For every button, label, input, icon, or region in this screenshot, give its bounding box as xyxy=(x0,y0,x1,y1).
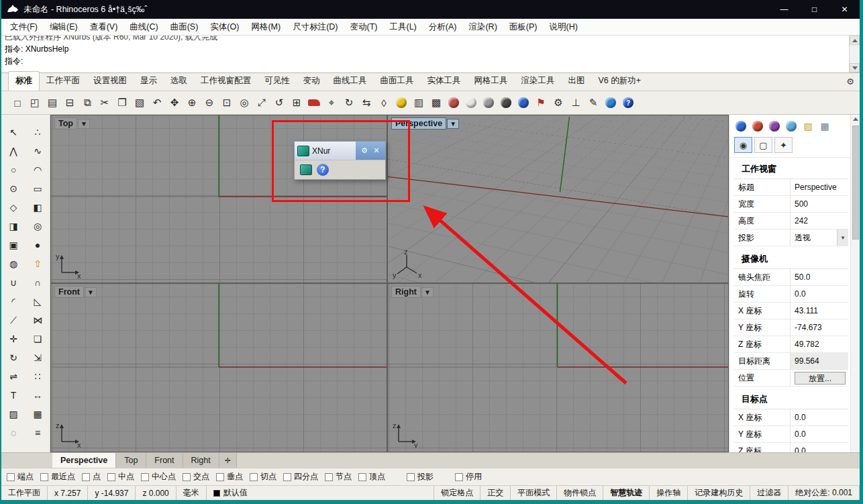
trim-icon[interactable]: ⟋ xyxy=(5,312,23,328)
property-value[interactable]: 0.0 xyxy=(790,426,848,442)
property-value[interactable]: 0.0 xyxy=(790,286,848,302)
property-value[interactable]: 透视▾ xyxy=(790,230,848,246)
fillet-icon[interactable]: ◜ xyxy=(5,293,23,309)
polygon-icon[interactable]: ◇ xyxy=(5,199,23,215)
chamfer-icon[interactable]: ◺ xyxy=(29,293,47,309)
new-file-icon[interactable]: □ xyxy=(9,95,26,111)
command-area[interactable]: 已载入外挂程序 XNurbs (版本 R60, Mar 10 2020), 载入… xyxy=(1,36,860,73)
place-button[interactable]: 放置... xyxy=(795,372,846,385)
dimension-icon[interactable]: ↔ xyxy=(29,387,47,403)
xnurbs-dialog-titlebar[interactable]: XNur ⚙ ✕ xyxy=(295,142,385,160)
xnurbs-tool-icon[interactable] xyxy=(297,146,309,156)
status-layer[interactable]: 默认值 xyxy=(207,486,435,500)
command-prompt[interactable]: 指令: xyxy=(5,55,860,67)
property-value[interactable]: 放置... xyxy=(790,370,848,386)
toolbar-tab-设置视图[interactable]: 设置视图 xyxy=(87,72,134,91)
property-value[interactable]: -74.673 xyxy=(790,319,848,336)
status-planar[interactable]: 平面模式 xyxy=(511,486,557,500)
materials-tab-icon[interactable] xyxy=(751,119,764,133)
xnurbs-surface-tool-icon[interactable] xyxy=(300,164,312,175)
lock-icon[interactable]: ▥ xyxy=(411,95,427,111)
command-scrollbar[interactable] xyxy=(849,36,860,72)
checkbox-icon[interactable] xyxy=(250,473,258,481)
join-icon[interactable]: ⋈ xyxy=(29,312,47,328)
status-filter[interactable]: 过滤器 xyxy=(750,486,789,500)
viewport-menu-arrow-icon[interactable]: ▼ xyxy=(78,119,90,129)
menu-item-文件(F)[interactable]: 文件(F) xyxy=(4,21,44,33)
viewport-title-perspective[interactable]: Perspective ▼ xyxy=(391,117,459,130)
property-value[interactable]: 43.111 xyxy=(790,303,848,319)
scale-icon[interactable]: ⇲ xyxy=(29,350,47,366)
property-value[interactable]: 242 xyxy=(790,213,848,229)
menu-item-分析(A)[interactable]: 分析(A) xyxy=(423,21,463,33)
osnap-顶点[interactable]: 顶点 xyxy=(358,471,385,483)
checkbox-icon[interactable] xyxy=(183,473,191,481)
copy-icon[interactable]: ❐ xyxy=(114,95,130,111)
select-icon[interactable]: ↖ xyxy=(5,124,23,140)
viewport-title-front[interactable]: Front ▼ xyxy=(54,286,97,298)
osnap-垂点[interactable]: 垂点 xyxy=(216,471,243,483)
save-icon[interactable]: ▤ xyxy=(44,95,60,111)
menu-item-工具(L)[interactable]: 工具(L) xyxy=(383,21,422,33)
loft-icon[interactable]: ◨ xyxy=(5,218,23,234)
scroll-down-button[interactable] xyxy=(850,63,860,72)
curve-icon[interactable]: ∿ xyxy=(29,143,47,159)
rendering-tab-icon[interactable] xyxy=(784,119,798,133)
viewport-title-label[interactable]: Right xyxy=(391,286,421,298)
menu-item-编辑(E)[interactable]: 编辑(E) xyxy=(44,21,84,33)
place-light-icon[interactable] xyxy=(393,95,409,111)
properties-tab-icon[interactable] xyxy=(734,119,748,133)
menu-item-曲面(S)[interactable]: 曲面(S) xyxy=(164,21,205,33)
layers-tab-icon[interactable] xyxy=(768,119,781,133)
hide-icon[interactable]: ▩ xyxy=(428,95,444,111)
toolbar-tab-工作平面[interactable]: 工作平面 xyxy=(40,72,87,91)
maximize-button[interactable]: □ xyxy=(799,0,829,19)
arc-icon[interactable]: ◠ xyxy=(29,162,47,178)
status-grid-snap[interactable]: 锁定格点 xyxy=(434,486,480,500)
notes-icon[interactable]: ✎ xyxy=(585,95,601,111)
checkbox-icon[interactable] xyxy=(141,473,149,481)
zoom-selected-icon[interactable]: ◎ xyxy=(236,95,252,111)
rotate-icon[interactable]: ↻ xyxy=(5,350,23,366)
zoom-extents-icon[interactable]: ⤢ xyxy=(254,95,270,111)
scroll-up-button[interactable] xyxy=(850,36,860,45)
checkbox-icon[interactable] xyxy=(325,473,333,481)
menu-item-网格(M)[interactable]: 网格(M) xyxy=(245,21,287,33)
checkbox-icon[interactable] xyxy=(455,473,463,481)
toolbar-tab-网格工具[interactable]: 网格工具 xyxy=(468,72,515,91)
viewport-tab-Perspective[interactable]: Perspective xyxy=(52,453,116,468)
toolbar-tab-渲染工具[interactable]: 渲染工具 xyxy=(515,72,562,91)
undo-view-icon[interactable]: ↺ xyxy=(271,95,287,111)
cplane-icon[interactable]: ◊ xyxy=(376,95,392,111)
toolbar-tab-标准[interactable]: 标准 xyxy=(8,71,40,91)
status-smarttrack[interactable]: 智慧轨迹 xyxy=(603,486,650,500)
menu-item-变动(T)[interactable]: 变动(T) xyxy=(344,21,384,33)
display-mode-box-icon[interactable]: ▢ xyxy=(754,137,772,153)
copy-object-icon[interactable]: ❏ xyxy=(29,331,47,347)
property-value[interactable]: 500 xyxy=(790,196,848,212)
viewport-camera-icon[interactable]: ◉ xyxy=(734,137,752,153)
checkbox-icon[interactable] xyxy=(407,473,415,481)
osnap-点[interactable]: 点 xyxy=(82,471,101,483)
shaded-mode-icon[interactable] xyxy=(480,95,497,111)
status-cplane[interactable]: 工作平面 xyxy=(1,486,48,500)
help-icon[interactable]: ? xyxy=(620,95,636,111)
toolbar-tab-曲线工具[interactable]: 曲线工具 xyxy=(327,72,374,91)
property-value[interactable]: Perspective xyxy=(790,179,848,195)
print-icon[interactable]: ⊟ xyxy=(62,95,78,111)
toolbar-tab-工作视窗配置[interactable]: 工作视窗配置 xyxy=(194,72,258,91)
toolbar-tab-显示[interactable]: 显示 xyxy=(134,72,164,91)
property-value[interactable]: 0.0 xyxy=(790,443,848,452)
surface-icon[interactable]: ◧ xyxy=(29,199,47,215)
checkbox-icon[interactable] xyxy=(107,473,115,481)
checkbox-icon[interactable] xyxy=(7,473,15,481)
viewport-title-top[interactable]: Top ▼ xyxy=(54,117,90,130)
status-osnap[interactable]: 物件锁点 xyxy=(557,486,603,500)
paste-icon[interactable]: ▧ xyxy=(132,95,148,111)
menu-item-查看(V)[interactable]: 查看(V) xyxy=(84,21,124,33)
text-icon[interactable]: T xyxy=(5,387,23,403)
viewport-tab-Front[interactable]: Front xyxy=(146,453,183,468)
folder-tab-icon[interactable]: ▨ xyxy=(801,119,815,133)
viewport-menu-arrow-icon[interactable]: ▼ xyxy=(85,287,97,297)
polyline-icon[interactable]: ⋀ xyxy=(5,143,23,159)
